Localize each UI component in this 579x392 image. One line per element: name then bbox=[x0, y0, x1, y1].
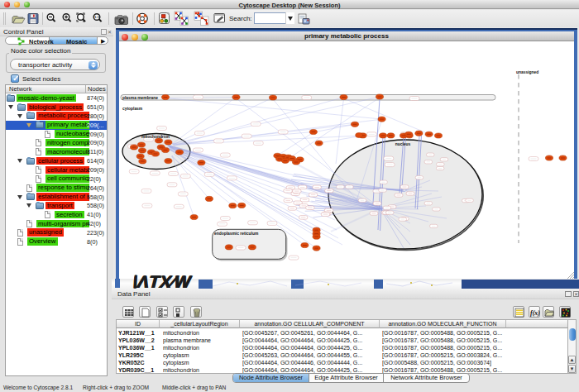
svg-text:f(x): f(x) bbox=[530, 309, 540, 317]
svg-text:endoplasmic reticulum: endoplasmic reticulum bbox=[214, 232, 259, 236]
svg-text:1:1: 1:1 bbox=[94, 15, 100, 19]
svg-text:plasma membrane: plasma membrane bbox=[122, 96, 158, 100]
svg-text:cytoplasm: cytoplasm bbox=[122, 107, 143, 111]
svg-text:nucleus: nucleus bbox=[395, 142, 411, 146]
svg-text:unassigned: unassigned bbox=[516, 70, 538, 74]
svg-text:mitochondrion: mitochondrion bbox=[141, 135, 170, 139]
